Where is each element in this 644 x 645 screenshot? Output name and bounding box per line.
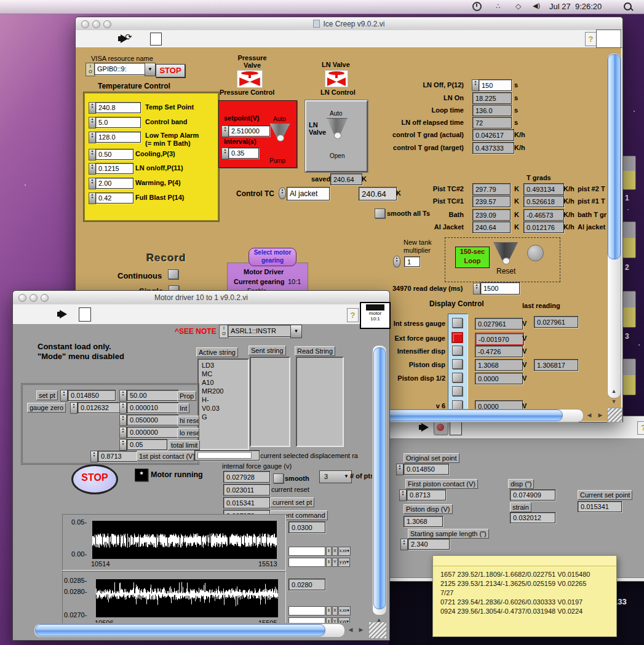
spaces-icon[interactable]: ∴	[496, 2, 501, 10]
ln-valve-knob[interactable]	[327, 118, 348, 139]
help-button[interactable]: ?	[347, 308, 359, 322]
total-limit-field[interactable]: 0.05	[127, 439, 167, 450]
graph1-plot[interactable]	[92, 521, 277, 559]
contact-spinner[interactable]	[90, 451, 98, 462]
hi-reset-field[interactable]: 0.050000	[127, 414, 178, 425]
read-delay-spinner[interactable]	[473, 283, 480, 295]
horizontal-scrollbar-thumb[interactable]	[35, 624, 325, 636]
combo-arrow-button[interactable]: ▼	[145, 63, 156, 76]
ext-force-gauge-checkbox[interactable]	[452, 333, 463, 342]
sticky-note-text[interactable]: 1657 239.52/1.1809/-1.6682/0.022751 V0.0…	[433, 566, 616, 616]
half-piston-disp-checkbox[interactable]	[452, 373, 463, 382]
first-piston-contact-spinner[interactable]	[399, 489, 407, 501]
visa-value[interactable]: ASRL1::INSTR	[228, 325, 293, 337]
spotlight-icon[interactable]	[624, 2, 632, 10]
gauge-zero-spinner[interactable]	[70, 402, 78, 414]
prop-field[interactable]: 50.00	[127, 390, 178, 401]
pressure-mode-knob[interactable]	[269, 123, 290, 141]
run-continuous-icon[interactable]: ⟳	[125, 32, 132, 42]
cooling-field[interactable]: 0.50	[95, 149, 133, 160]
ln-onoff-field[interactable]: 0.1215	[95, 163, 133, 174]
total-limit-spinner[interactable]	[119, 439, 127, 451]
list-item[interactable]: LD3	[202, 361, 248, 370]
vertical-scrollbar-thumb[interactable]	[608, 54, 621, 259]
scroll-up-arrow[interactable]: ▲	[608, 386, 619, 396]
lo-reset-spinner[interactable]	[119, 427, 127, 438]
int-stress-gauge-checkbox[interactable]	[452, 318, 463, 328]
vertical-scrollbar-thumb[interactable]	[373, 347, 386, 609]
pause-button[interactable]	[150, 33, 162, 46]
graph1-yscale-tools[interactable]: ‖Yy.yy▾	[288, 558, 350, 567]
list-item[interactable]: G	[202, 413, 248, 421]
resize-grip[interactable]	[607, 408, 622, 422]
sticky-note[interactable]: 1657 239.52/1.1809/-1.6682/0.022751 V0.0…	[432, 555, 617, 637]
resize-grip[interactable]	[368, 622, 387, 639]
pause-button[interactable]	[450, 421, 462, 435]
set-pt-field[interactable]: 0.014850	[68, 390, 116, 401]
pause-button[interactable]	[79, 307, 91, 322]
record-button[interactable]	[434, 421, 448, 435]
visa-resource-value[interactable]: GPIB0::9:	[94, 63, 147, 75]
warming-field[interactable]: 2.00	[95, 178, 133, 189]
lo-reset-field[interactable]: 0.000000	[127, 427, 178, 438]
graph2-yscale-tools[interactable]: ‖Yy.yy▾	[288, 617, 350, 623]
graph-displacement[interactable]: 0.0285- 0.0280- 0.0270- 10506 15505	[62, 571, 286, 623]
smooth-all-checkbox[interactable]	[375, 208, 385, 218]
starting-sample-length-spinner[interactable]	[400, 539, 408, 550]
list-item[interactable]: V0.03	[202, 404, 248, 413]
gauge-zero-field[interactable]: 0.012632	[78, 402, 125, 413]
help-button[interactable]: ?	[585, 32, 597, 46]
interval-field[interactable]: 0.35	[228, 148, 259, 159]
setpoint-field[interactable]: 2.510000	[228, 125, 270, 137]
ln-off-field[interactable]: 150	[479, 79, 512, 91]
time-machine-icon[interactable]	[472, 2, 482, 11]
read-string-list[interactable]	[296, 357, 344, 447]
npts-dropdown[interactable]: 3▼	[319, 470, 352, 483]
visa-resource-combo[interactable]: IO GPIB0::9: ▼	[85, 63, 154, 75]
list-item[interactable]: H-	[202, 395, 248, 404]
continuous-checkbox[interactable]	[168, 269, 178, 279]
list-item[interactable]: MC	[202, 370, 248, 378]
scroll-right-arrow[interactable]: ▶	[356, 625, 367, 635]
original-set-point-spinner[interactable]	[396, 464, 403, 475]
volume-icon[interactable]: ◀)	[533, 2, 540, 10]
visa-combo[interactable]: IO ASRL1::INSTR ▼	[219, 325, 301, 337]
control-tc-ring[interactable]: Al jacket	[287, 187, 330, 200]
loop-150-button[interactable]: 150-secLoop	[455, 247, 490, 268]
combo-arrow-button[interactable]: ▼	[290, 325, 302, 338]
new-tank-spinner[interactable]	[393, 256, 400, 267]
select-motor-gearing-button[interactable]: Select motor gearing	[248, 248, 296, 266]
hi-reset-spinner[interactable]	[119, 414, 127, 426]
control-tc-selector[interactable]	[279, 188, 286, 199]
temp-set-point-field[interactable]: 240.8	[95, 102, 141, 113]
int-field[interactable]: 0.000010	[127, 402, 178, 413]
scroll-right-arrow[interactable]: ▶	[595, 410, 606, 420]
low-temp-alarm-field[interactable]: 128.0	[95, 132, 141, 143]
list-item[interactable]: MR200	[202, 387, 248, 395]
run-button-icon[interactable]	[421, 423, 429, 432]
intensifier-disp-checkbox[interactable]	[452, 346, 463, 355]
active-string-list[interactable]: LD3 MC A10 MR200 H- V0.03 G	[197, 358, 249, 450]
set-pt-spinner[interactable]	[60, 390, 68, 402]
read-delay-field[interactable]: 1500	[480, 282, 520, 295]
sent-string-list[interactable]	[250, 357, 290, 447]
menubar-clock[interactable]: Jul 27 9:26:20	[549, 2, 602, 11]
int-spinner[interactable]	[119, 402, 127, 414]
help-button[interactable]: ?	[637, 421, 644, 435]
airport-icon[interactable]: ◇	[515, 2, 521, 10]
sticky-note-titlebar[interactable]	[433, 556, 616, 566]
piston-disp-checkbox[interactable]	[452, 359, 463, 369]
scroll-left-arrow[interactable]: ◀	[584, 410, 595, 420]
stop-button[interactable]: STOP	[156, 64, 185, 77]
graph-force[interactable]: 0.05- 0.00- 10514 15513	[62, 514, 286, 571]
new-tank-field[interactable]: 1	[404, 256, 420, 267]
spare-checkbox[interactable]	[452, 386, 463, 396]
stop-button[interactable]: STOP	[71, 464, 118, 494]
first-piston-contact-field[interactable]: 0.8713	[407, 489, 446, 501]
starting-sample-length-field[interactable]: 2.340	[408, 539, 450, 550]
contact-field[interactable]: 0.8713	[98, 451, 137, 462]
titlebar[interactable]: Motor driver 10 to 1 v9.0.2.vi	[13, 291, 389, 305]
list-item[interactable]: A10	[202, 378, 248, 387]
graph2-plot[interactable]	[96, 579, 278, 617]
run-button-icon[interactable]	[60, 310, 67, 319]
